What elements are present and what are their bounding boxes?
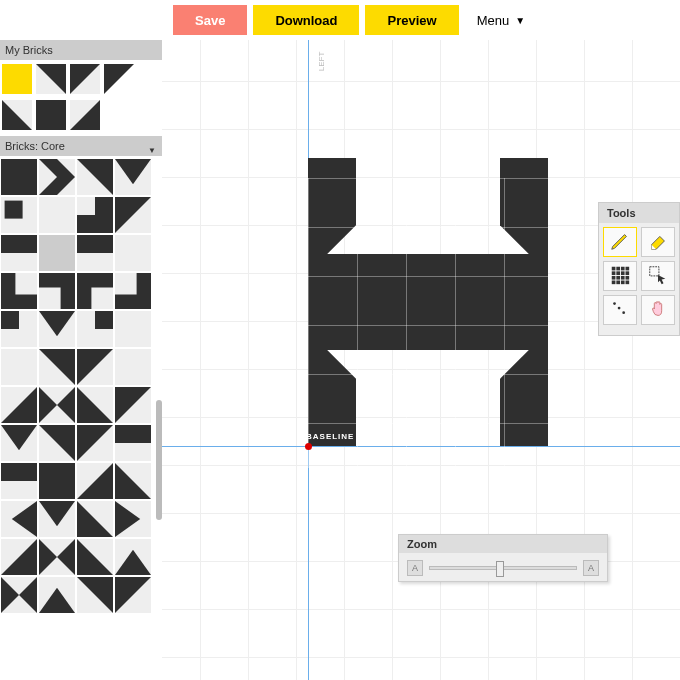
brick-item[interactable]: [2, 64, 32, 94]
svg-rect-5: [36, 100, 66, 130]
zoom-in-button[interactable]: A: [583, 560, 599, 576]
svg-rect-21: [115, 235, 151, 271]
svg-rect-91: [626, 280, 630, 284]
eraser-icon: [647, 230, 669, 255]
brick-item[interactable]: [39, 539, 75, 575]
brick-item[interactable]: [39, 425, 75, 461]
brick-item[interactable]: [36, 64, 66, 94]
brick-item[interactable]: [77, 577, 113, 613]
preview-button[interactable]: Preview: [365, 5, 458, 35]
brick-item[interactable]: [1, 311, 37, 347]
brick-item[interactable]: [1, 425, 37, 461]
zoom-track[interactable]: [429, 566, 577, 570]
brick-item[interactable]: [77, 539, 113, 575]
tools-panel: Tools: [598, 202, 680, 336]
svg-rect-17: [1, 235, 37, 253]
brick-item[interactable]: [115, 159, 151, 195]
brick-item[interactable]: [77, 349, 113, 385]
core-bricks-panel: [0, 156, 162, 680]
my-bricks-header[interactable]: My Bricks: [0, 40, 162, 60]
brick-item[interactable]: [1, 349, 37, 385]
tool-pan-button[interactable]: [641, 295, 675, 325]
dots-icon: [609, 298, 631, 323]
tools-header: Tools: [599, 203, 679, 223]
svg-rect-84: [612, 275, 616, 279]
svg-rect-18: [39, 235, 75, 271]
tool-dots-button[interactable]: [603, 295, 637, 325]
brick-item[interactable]: [39, 501, 75, 537]
brick-item[interactable]: [39, 273, 75, 309]
zoom-out-button[interactable]: A: [407, 560, 423, 576]
top-marker-label: LEFT: [317, 52, 326, 72]
menu-dropdown[interactable]: Menu ▼: [462, 0, 540, 40]
brick-item[interactable]: [115, 539, 151, 575]
brick-item[interactable]: [77, 425, 113, 461]
tool-pencil-button[interactable]: [603, 227, 637, 257]
brick-item[interactable]: [70, 64, 100, 94]
zoom-thumb[interactable]: [496, 561, 504, 577]
brick-item[interactable]: [115, 311, 151, 347]
brick-item[interactable]: [115, 577, 151, 613]
save-button[interactable]: Save: [173, 5, 247, 35]
brick-item[interactable]: [115, 425, 151, 461]
svg-rect-20: [77, 235, 113, 253]
brick-item[interactable]: [36, 100, 66, 130]
tool-eraser-button[interactable]: [641, 227, 675, 257]
tool-select-button[interactable]: [641, 261, 675, 291]
brick-item[interactable]: [77, 235, 113, 271]
brick-item[interactable]: [39, 197, 75, 233]
brick-item[interactable]: [77, 197, 113, 233]
brick-item[interactable]: [77, 501, 113, 537]
download-button[interactable]: Download: [253, 5, 359, 35]
baseline-label: BASELINE: [306, 432, 354, 441]
brick-item[interactable]: [77, 159, 113, 195]
brick-item[interactable]: [1, 463, 37, 499]
brick-item[interactable]: [1, 273, 37, 309]
brick-item[interactable]: [39, 311, 75, 347]
brick-item[interactable]: [1, 501, 37, 537]
brick-item[interactable]: [39, 349, 75, 385]
tool-grid-button[interactable]: [603, 261, 637, 291]
brick-item[interactable]: [39, 387, 75, 423]
brick-item[interactable]: [39, 159, 75, 195]
chevron-down-icon: ▼: [515, 15, 525, 26]
pencil-icon: [609, 230, 631, 255]
brick-item[interactable]: [77, 311, 113, 347]
brick-item[interactable]: [77, 387, 113, 423]
brick-item[interactable]: [115, 463, 151, 499]
svg-point-93: [613, 302, 616, 305]
brick-item[interactable]: [115, 197, 151, 233]
svg-rect-80: [612, 271, 616, 275]
brick-item[interactable]: [39, 463, 75, 499]
svg-rect-89: [616, 280, 620, 284]
brick-item[interactable]: [39, 235, 75, 271]
brick-item[interactable]: [1, 235, 37, 271]
svg-rect-85: [616, 275, 620, 279]
brick-item[interactable]: [115, 273, 151, 309]
svg-point-94: [618, 306, 621, 309]
core-bricks-header[interactable]: Bricks: Core ▼: [0, 136, 162, 156]
brick-item[interactable]: [115, 235, 151, 271]
brick-item[interactable]: [77, 463, 113, 499]
brick-item[interactable]: [115, 349, 151, 385]
brick-item[interactable]: [1, 539, 37, 575]
svg-rect-88: [612, 280, 616, 284]
brick-item[interactable]: [77, 273, 113, 309]
brick-item[interactable]: [70, 100, 100, 130]
zoom-panel[interactable]: Zoom A A: [398, 534, 608, 582]
svg-rect-83: [626, 271, 630, 275]
brick-item[interactable]: [1, 577, 37, 613]
brick-item[interactable]: [1, 197, 37, 233]
brick-item[interactable]: [115, 387, 151, 423]
brick-item[interactable]: [115, 501, 151, 537]
brick-item[interactable]: [2, 100, 32, 130]
svg-rect-27: [1, 311, 19, 329]
svg-rect-0: [2, 64, 32, 94]
svg-rect-31: [115, 311, 151, 347]
brick-item[interactable]: [1, 159, 37, 195]
brick-item[interactable]: [1, 387, 37, 423]
brick-item[interactable]: [104, 64, 134, 94]
brick-item[interactable]: [39, 577, 75, 613]
sidebar: My Bricks Bricks: Core ▼: [0, 40, 162, 680]
canvas[interactable]: LEFT BASELINE Tools Zoom A A: [162, 40, 680, 680]
